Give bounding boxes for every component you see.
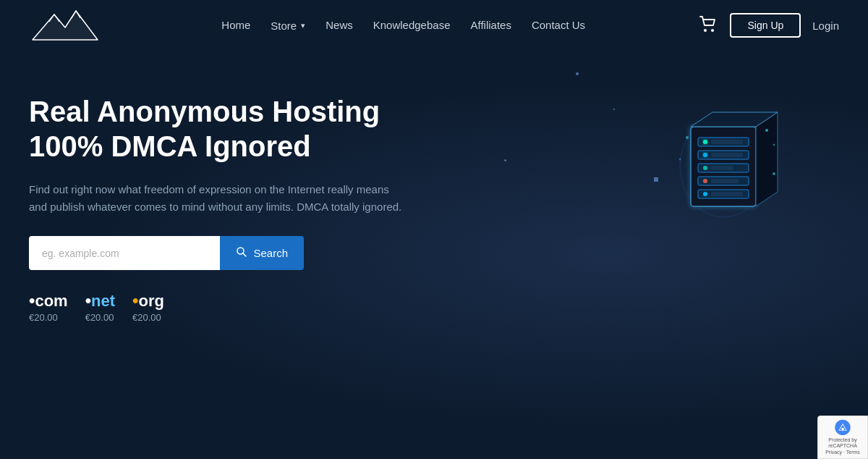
svg-marker-9 — [756, 112, 778, 206]
navbar: Home Store ▾ News Knowledgebase Affiliat… — [0, 0, 868, 51]
domain-search-bar: Search — [29, 236, 304, 270]
svg-rect-22 — [711, 153, 743, 157]
search-button[interactable]: Search — [220, 236, 304, 270]
svg-point-16 — [703, 140, 707, 144]
nav-item-knowledgebase[interactable]: Knowledgebase — [373, 19, 451, 32]
svg-rect-25 — [711, 192, 743, 196]
svg-point-17 — [703, 153, 707, 157]
svg-rect-24 — [711, 179, 739, 183]
star-decor — [613, 109, 615, 110]
domain-org: •org €20.00 — [132, 290, 164, 323]
svg-point-3 — [711, 29, 714, 32]
nav-item-affiliates[interactable]: Affiliates — [471, 19, 511, 32]
login-button[interactable]: Login — [812, 20, 839, 32]
svg-point-20 — [703, 192, 707, 196]
nav-item-contact[interactable]: Contact Us — [532, 19, 585, 32]
svg-point-19 — [703, 179, 707, 183]
svg-point-2 — [704, 29, 707, 32]
hero-section: Real Anonymous Hosting 100% DMCA Ignored… — [0, 51, 868, 459]
star-decor — [576, 72, 579, 75]
domain-net: •net €20.00 — [85, 290, 115, 323]
domain-com: •com €20.00 — [29, 290, 68, 323]
svg-marker-1 — [33, 11, 98, 40]
cart-icon[interactable] — [698, 14, 718, 37]
svg-line-5 — [243, 253, 246, 256]
recaptcha-text: Protected by reCAPTCHAPrivacy · Terms — [821, 437, 864, 455]
svg-point-27 — [773, 144, 775, 146]
svg-point-29 — [679, 159, 681, 161]
svg-rect-23 — [711, 166, 733, 170]
nav-item-home[interactable]: Home — [221, 19, 250, 32]
nav-item-store[interactable]: Store ▾ — [271, 20, 305, 32]
svg-point-30 — [773, 172, 775, 175]
search-input[interactable] — [29, 236, 220, 270]
svg-point-32 — [841, 428, 844, 431]
svg-rect-21 — [711, 140, 743, 144]
domain-list: •com €20.00 •net €20.00 •org €20.00 — [29, 290, 448, 323]
chevron-down-icon: ▾ — [301, 21, 305, 30]
hero-visual — [651, 80, 810, 239]
nav-actions: Sign Up Login — [698, 13, 839, 38]
search-icon — [236, 246, 247, 260]
star-decor — [504, 159, 506, 161]
nav-item-news[interactable]: News — [326, 19, 353, 32]
dot-decoration — [654, 177, 658, 182]
svg-point-18 — [703, 166, 707, 170]
svg-point-26 — [765, 129, 768, 132]
signup-button[interactable]: Sign Up — [730, 13, 801, 38]
hero-title: Real Anonymous Hosting 100% DMCA Ignored — [29, 94, 448, 164]
hero-subtitle: Find out right now what freedom of expre… — [29, 181, 405, 216]
logo[interactable] — [29, 7, 109, 43]
svg-point-28 — [686, 136, 689, 139]
hero-content: Real Anonymous Hosting 100% DMCA Ignored… — [29, 94, 448, 323]
nav-links: Home Store ▾ News Knowledgebase Affiliat… — [221, 19, 585, 32]
recaptcha-badge: Protected by reCAPTCHAPrivacy · Terms — [817, 416, 868, 459]
